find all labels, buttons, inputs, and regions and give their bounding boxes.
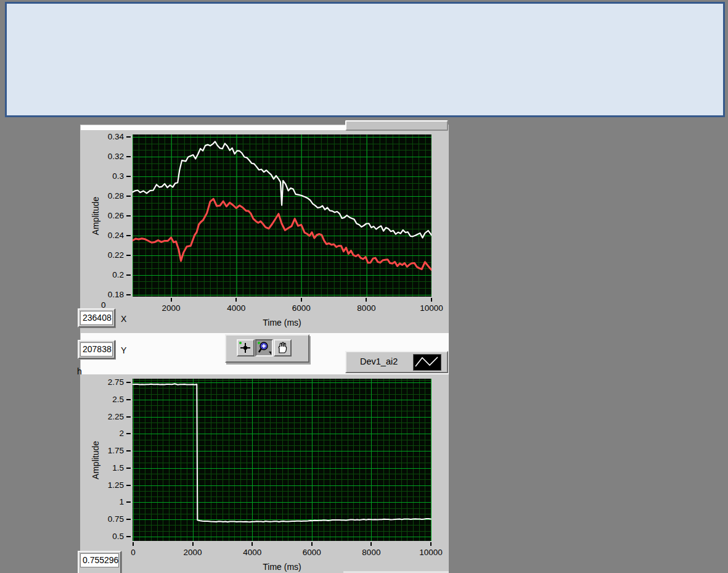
y-tick-label: 0.75 — [86, 514, 124, 524]
y-tick-label: 0.18 — [86, 290, 124, 300]
cursor-x-label: X — [121, 314, 126, 324]
y-tick-label: 0.34 — [86, 132, 124, 142]
x-tick — [252, 542, 253, 546]
y-tick-label: 1 — [86, 497, 124, 507]
x-tick-label: 8000 — [346, 303, 386, 313]
active-dot-icon — [258, 342, 260, 344]
x-tick-label: 2000 — [152, 303, 191, 313]
y-axis-title: Amplitude — [91, 196, 100, 234]
dropdown-arrow-icon — [269, 352, 271, 355]
x-tick-label: 2000 — [173, 548, 213, 558]
x-tick-label: 10000 — [411, 548, 451, 558]
x-axis-title: Time (ms) — [133, 318, 431, 328]
active-dot-icon — [239, 342, 242, 344]
x-tick — [431, 298, 432, 302]
x-tick-label: 4000 — [232, 548, 272, 558]
y-tick — [126, 485, 131, 486]
x-tick-label: 10000 — [412, 303, 451, 313]
y-tick — [126, 215, 131, 216]
cursor-amplitude-value: 0.755296 — [80, 553, 119, 567]
y-axis-title: Amplitude — [91, 440, 100, 479]
plot-sample-zigzag-icon — [414, 355, 440, 369]
cursor-y-value: 207838 — [80, 342, 113, 357]
cursor-x-value: 236408 — [80, 311, 113, 325]
y-tick — [126, 519, 131, 520]
plot-legend[interactable]: Dev1_ai2 — [345, 351, 448, 373]
plot-line-sample — [413, 354, 441, 371]
x-tick-label: 6000 — [282, 303, 321, 313]
x-tick — [311, 542, 313, 546]
y-tick-label: 0.2 — [86, 270, 124, 280]
chart-x-scrollbar[interactable] — [345, 120, 448, 131]
zoom-tool-button[interactable] — [255, 339, 273, 357]
graph-palette — [225, 334, 309, 363]
pan-hand-icon — [275, 340, 290, 355]
top-chart-plot — [133, 134, 431, 297]
plot-legend-label: Dev1_ai2 — [360, 357, 398, 366]
x-tick — [366, 298, 367, 302]
x-tick — [370, 542, 372, 546]
y-tick-label: 0.22 — [86, 250, 124, 260]
y-tick-label: 2.25 — [86, 412, 124, 422]
y-tick — [126, 536, 131, 537]
x-tick — [171, 298, 172, 302]
y-tick — [126, 156, 131, 157]
dev1-ai2-trace — [133, 384, 431, 522]
x-tick — [235, 298, 237, 302]
clipped-letter-fragment: h — [77, 366, 82, 376]
y-tick — [126, 235, 131, 236]
cursor-y-display[interactable]: 207838 — [78, 340, 115, 359]
labview-front-panel: 0 h 0.340.320.30.280.260.240.220.20.1820… — [0, 0, 728, 573]
y-tick — [126, 450, 131, 451]
waveform-chart-bottom[interactable]: 2.752.52.2521.751.51.2510.750.5020004000… — [133, 379, 431, 541]
y-tick — [126, 468, 131, 469]
y-tick — [126, 382, 131, 383]
x-tick — [430, 542, 431, 546]
y-tick-label: 0.3 — [86, 171, 124, 181]
top-banner — [5, 2, 725, 117]
x-tick — [133, 542, 134, 546]
y-tick-label: 1.25 — [86, 480, 124, 490]
y-tick — [126, 176, 131, 177]
cursor-y-label: Y — [121, 345, 126, 355]
y-tick-label: 2.75 — [86, 377, 124, 387]
y-tick-label: 2 — [86, 429, 124, 439]
y-tick — [126, 294, 131, 295]
y-tick — [126, 255, 131, 256]
y-tick — [126, 416, 131, 418]
plot-sample-line — [415, 357, 438, 366]
red-trace — [133, 199, 431, 270]
y-tick — [126, 196, 131, 197]
y-tick — [126, 136, 131, 138]
y-tick — [126, 274, 131, 276]
cursor-tool-button[interactable] — [237, 339, 255, 357]
pan-tool-button[interactable] — [274, 339, 292, 357]
waveform-chart-top[interactable]: 0.340.320.30.280.260.240.220.20.18200040… — [133, 134, 431, 297]
x-tick-label: 6000 — [292, 548, 332, 558]
panel-top-strip — [81, 125, 346, 130]
y-tick-label: 2.5 — [86, 395, 124, 405]
y-tick — [126, 433, 131, 434]
bottom-chart-plot — [133, 379, 431, 541]
cursor-x-display[interactable]: 236408 — [78, 308, 115, 328]
x-tick-label: 8000 — [351, 548, 391, 558]
y-tick-label: 0.5 — [86, 532, 124, 542]
y-tick-label: 0.32 — [86, 152, 124, 162]
x-tick — [192, 542, 194, 546]
y-tick — [126, 399, 131, 400]
y-tick — [126, 501, 131, 503]
cursor-amplitude-display[interactable]: 0.755296 — [78, 551, 121, 573]
x-tick-label: 4000 — [216, 303, 256, 313]
x-axis-title: Time (ms) — [133, 562, 431, 572]
x-tick — [301, 298, 302, 302]
